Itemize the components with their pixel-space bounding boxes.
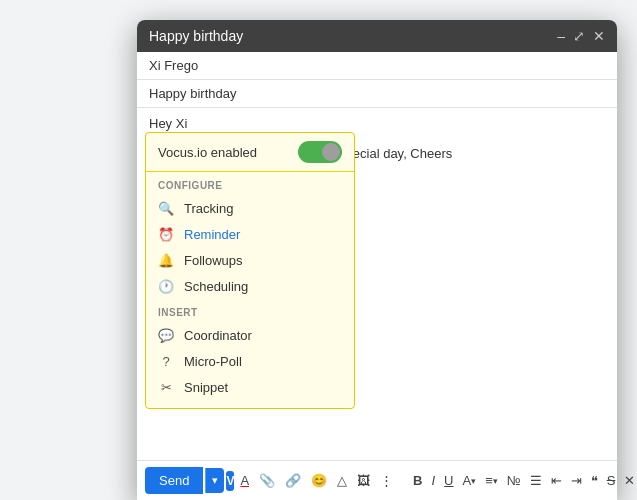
menu-item-scheduling[interactable]: 🕐 Scheduling <box>146 273 354 299</box>
paperclip-icon: 📎 <box>259 473 275 488</box>
micro-poll-icon: ? <box>158 353 174 369</box>
search-icon: 🔍 <box>158 200 174 216</box>
header-actions: – ⤢ ✕ <box>557 29 605 43</box>
compose-body: Xi Frego Happy birthday Hey Xi Wishing y… <box>137 52 617 460</box>
reminder-icon: ⏰ <box>158 226 174 242</box>
close-icon[interactable]: ✕ <box>593 29 605 43</box>
vocus-label: Vocus.io enabled <box>158 145 257 160</box>
bold-button[interactable]: B <box>409 470 426 491</box>
more-icon: ⋮ <box>380 473 393 488</box>
send-button[interactable]: Send <box>145 467 203 494</box>
compose-header: Happy birthday – ⤢ ✕ <box>137 20 617 52</box>
followups-icon: 🔔 <box>158 252 174 268</box>
align-button[interactable]: ≡▾ <box>481 470 502 491</box>
remove-format-button[interactable]: ✕ <box>620 470 637 491</box>
compose-window: Happy birthday – ⤢ ✕ Xi Frego Happy birt… <box>137 20 617 500</box>
link-button[interactable]: 🔗 <box>281 470 305 491</box>
font-color-icon: A <box>240 473 249 488</box>
numbered-list-button[interactable]: № <box>503 470 525 491</box>
underline-button[interactable]: U <box>440 470 457 491</box>
menu-item-coordinator[interactable]: 💬 Coordinator <box>146 322 354 348</box>
attach-button[interactable]: 📎 <box>255 470 279 491</box>
tracking-label: Tracking <box>184 201 233 216</box>
insert-section-label: INSERT <box>146 299 354 322</box>
compose-title: Happy birthday <box>149 28 243 44</box>
quote-button[interactable]: ❝ <box>587 470 602 491</box>
strikethrough-button[interactable]: S <box>603 470 620 491</box>
menu-item-followups[interactable]: 🔔 Followups <box>146 247 354 273</box>
to-value: Xi Frego <box>149 58 198 73</box>
indent-less-button[interactable]: ⇤ <box>547 470 566 491</box>
font-color-format-icon: A <box>462 473 471 488</box>
micro-poll-label: Micro-Poll <box>184 354 242 369</box>
body-line1: Hey Xi <box>149 116 605 131</box>
send-dropdown-button[interactable]: ▾ <box>205 468 224 493</box>
minimize-icon[interactable]: – <box>557 29 565 43</box>
drive-button[interactable]: △ <box>333 470 351 491</box>
scheduling-label: Scheduling <box>184 279 248 294</box>
image-icon: 🖼 <box>357 473 370 488</box>
coordinator-icon: 💬 <box>158 327 174 343</box>
align-icon: ≡ <box>485 473 493 488</box>
more-button[interactable]: ⋮ <box>376 470 397 491</box>
followups-label: Followups <box>184 253 243 268</box>
expand-icon[interactable]: ⤢ <box>573 29 585 43</box>
font-color-format-button[interactable]: A▾ <box>458 470 480 491</box>
to-field: Xi Frego <box>137 52 617 80</box>
reminder-label: Reminder <box>184 227 240 242</box>
compose-toolbar: Send ▾ V A 📎 🔗 😊 △ 🖼 ⋮ B I U <box>137 460 617 500</box>
vocus-toggle[interactable] <box>298 141 342 163</box>
formatting-toolbar: B I U A▾ ≡▾ № ☰ ⇤ ⇥ ❝ <box>409 470 637 491</box>
bullet-list-icon: ☰ <box>530 473 542 488</box>
snippet-label: Snippet <box>184 380 228 395</box>
snippet-icon: ✂ <box>158 379 174 395</box>
scheduling-icon: 🕐 <box>158 278 174 294</box>
strikethrough-icon: S <box>607 473 616 488</box>
numbered-list-icon: № <box>507 473 521 488</box>
emoji-button[interactable]: 😊 <box>307 470 331 491</box>
indent-more-button[interactable]: ⇥ <box>567 470 586 491</box>
menu-item-snippet[interactable]: ✂ Snippet <box>146 374 354 400</box>
vocus-v-button[interactable]: V <box>226 471 234 491</box>
menu-item-tracking[interactable]: 🔍 Tracking <box>146 195 354 221</box>
menu-item-reminder[interactable]: ⏰ Reminder <box>146 221 354 247</box>
vocus-header: Vocus.io enabled <box>146 133 354 172</box>
remove-format-icon: ✕ <box>624 473 635 488</box>
subject-field: Happy birthday <box>137 80 617 108</box>
image-button[interactable]: 🖼 <box>353 470 374 491</box>
emoji-icon: 😊 <box>311 473 327 488</box>
italic-button[interactable]: I <box>427 470 439 491</box>
drive-icon: △ <box>337 473 347 488</box>
menu-item-micro-poll[interactable]: ? Micro-Poll <box>146 348 354 374</box>
font-color-button[interactable]: A <box>236 470 253 491</box>
coordinator-label: Coordinator <box>184 328 252 343</box>
link-icon: 🔗 <box>285 473 301 488</box>
bullet-list-button[interactable]: ☰ <box>526 470 546 491</box>
configure-section-label: CONFIGURE <box>146 172 354 195</box>
indent-more-icon: ⇥ <box>571 473 582 488</box>
quote-icon: ❝ <box>591 473 598 488</box>
subject-value: Happy birthday <box>149 86 236 101</box>
vocus-panel: Vocus.io enabled CONFIGURE 🔍 Tracking ⏰ … <box>145 132 355 409</box>
indent-less-icon: ⇤ <box>551 473 562 488</box>
